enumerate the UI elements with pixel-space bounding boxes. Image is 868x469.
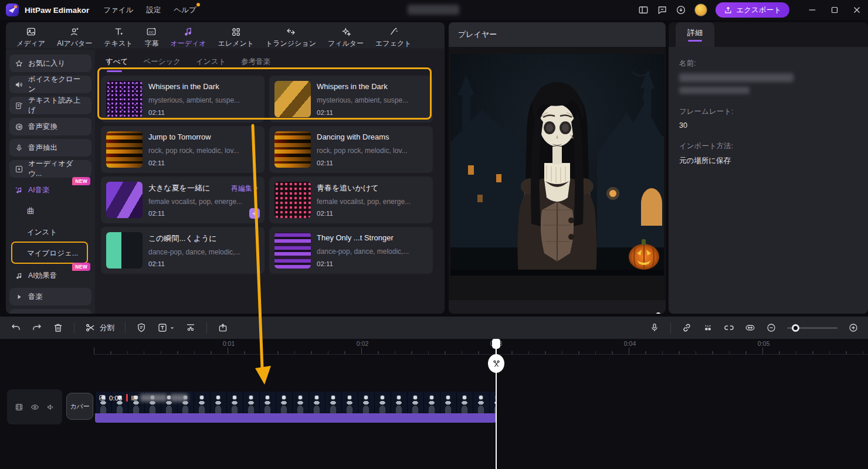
- subtitle-icon: CC: [146, 26, 157, 37]
- expand-triangle-icon: [15, 293, 23, 301]
- marker-badge-icon[interactable]: [136, 322, 147, 333]
- redacted-project-name: [408, 5, 459, 15]
- clip-media-icon: [99, 394, 106, 402]
- re-edit-link[interactable]: 再編集: [231, 183, 259, 193]
- text-tool-dropdown[interactable]: [157, 322, 175, 333]
- magnet-snap-icon[interactable]: [703, 322, 713, 333]
- tab-element[interactable]: エレメント: [212, 25, 260, 50]
- video-clip[interactable]: 0:03 IE: [95, 392, 496, 413]
- audio-icon: [183, 26, 194, 37]
- timeline-ruler[interactable]: 0:01 0:02 0:03 0:04 0:05: [0, 340, 868, 347]
- music-card[interactable]: 大きな夏を一緒に 再編集 female vocalist, pop, energ…: [101, 176, 265, 223]
- tab-filter[interactable]: フィルター: [322, 25, 369, 50]
- playhead-scissors-button[interactable]: [488, 354, 504, 373]
- audio-track[interactable]: [95, 413, 496, 423]
- app-logo-icon: [6, 4, 19, 16]
- tab-transition[interactable]: トランジション: [260, 25, 322, 50]
- music-card[interactable]: Whispers in the Dark mysterious, ambient…: [101, 76, 265, 123]
- timeline-zoom-slider[interactable]: [787, 327, 838, 329]
- export-frame-icon[interactable]: [218, 322, 228, 333]
- tab-audio[interactable]: オーディオ: [164, 25, 212, 50]
- menu-settings[interactable]: 設定: [146, 5, 161, 15]
- music-card[interactable]: Whispers in the Dark mysterious, ambient…: [269, 76, 433, 123]
- trim-icon[interactable]: [185, 322, 196, 333]
- music-thumbnail: [106, 81, 143, 117]
- playhead-handle[interactable]: [492, 339, 500, 349]
- tab-ai-avatar[interactable]: AIアバター: [51, 25, 98, 50]
- effect-icon: [388, 26, 399, 37]
- sidebar-item-text-to-speech[interactable]: テキスト読み上げ: [9, 97, 91, 114]
- minimize-button[interactable]: [807, 5, 818, 15]
- music-card[interactable]: Dancing with Dreams rock, pop rock, melo…: [269, 126, 433, 173]
- chevron-down-icon: [169, 325, 175, 331]
- sidebar-item-voice-change[interactable]: 音声変換: [9, 118, 91, 135]
- sidebar-item-audio-download[interactable]: オーディオダウ...: [9, 160, 91, 178]
- sidebar-item-voice-clone[interactable]: ボイスをクローン: [9, 76, 91, 93]
- track-mute-icon[interactable]: [46, 403, 55, 412]
- cover-button[interactable]: カバー: [66, 393, 93, 420]
- tab-details[interactable]: 詳細: [676, 22, 714, 47]
- redacted-clip-name: [170, 394, 188, 402]
- sidebar-item-music[interactable]: 音楽: [9, 288, 91, 305]
- audio-download-icon: [15, 165, 23, 174]
- svg-text:CC: CC: [149, 30, 154, 34]
- sidebar-item-partial[interactable]: [9, 309, 91, 314]
- sfx-note-icon: [15, 271, 23, 280]
- music-card[interactable]: They Only ...t Stronger dance-pop, dance…: [269, 227, 433, 274]
- tab-effect[interactable]: エフェクト: [369, 25, 417, 50]
- text-to-speech-icon: [15, 101, 23, 110]
- feedback-icon[interactable]: [657, 5, 667, 15]
- fit-timeline-icon[interactable]: [745, 322, 755, 333]
- zoom-in-button[interactable]: [848, 322, 859, 333]
- sidebar-item-my-project[interactable]: マイプロジェ...: [9, 244, 91, 262]
- import-method-value: 元の場所に保存: [679, 156, 857, 166]
- tab-subtitle[interactable]: CC 字幕: [138, 25, 164, 50]
- clip-red-marker: [126, 394, 128, 402]
- music-card[interactable]: 青春を追いかけて female vocalist, pop, energe...…: [269, 176, 433, 223]
- app-title: HitPaw Edimakor: [25, 6, 89, 15]
- close-button[interactable]: [852, 5, 862, 15]
- music-card[interactable]: この瞬間...くように dance-pop, dance, melodic,..…: [101, 227, 265, 274]
- sidebar-item-ai-sfx[interactable]: AI効果音 NEW: [9, 267, 91, 284]
- library-tab-reference[interactable]: 参考音楽: [241, 57, 270, 73]
- music-card[interactable]: Jump to Tomorrow rock, pop rock, melodic…: [101, 126, 265, 173]
- add-to-timeline-button[interactable]: [249, 208, 260, 219]
- link-clips-icon[interactable]: [681, 322, 692, 333]
- library-tab-all[interactable]: すべて: [106, 57, 128, 73]
- details-panel: 詳細 名前: フレームレート: 30 インポート方法: 元の場所に保存: [669, 22, 868, 314]
- sidebar-item-favorites[interactable]: お気に入り: [9, 55, 91, 72]
- redo-button[interactable]: [32, 322, 42, 333]
- progress-knob[interactable]: [656, 312, 661, 314]
- split-button[interactable]: 分割: [85, 322, 114, 333]
- framerate-value: 30: [679, 121, 857, 130]
- track-visibility-icon[interactable]: [30, 403, 39, 412]
- upload-icon: [724, 6, 733, 15]
- zoom-slider-knob[interactable]: [792, 324, 799, 332]
- undo-button[interactable]: [11, 322, 21, 333]
- delete-button[interactable]: [53, 322, 63, 333]
- export-button[interactable]: エクスポート: [716, 2, 789, 18]
- sidebar-item-song[interactable]: 曲: [9, 202, 91, 220]
- sidebar-item-voice-extract[interactable]: 音声抽出: [9, 139, 91, 157]
- record-voiceover-icon[interactable]: [649, 322, 660, 333]
- download-icon[interactable]: [676, 5, 686, 15]
- tab-media[interactable]: メディア: [11, 25, 51, 50]
- unlink-clips-icon[interactable]: [724, 322, 734, 333]
- track-film-icon[interactable]: [15, 403, 23, 412]
- library-tab-inst[interactable]: インスト: [196, 57, 226, 73]
- layout-icon[interactable]: [638, 5, 649, 15]
- zoom-out-button[interactable]: [766, 322, 777, 333]
- menu-help[interactable]: ヘルプ: [174, 5, 196, 15]
- maximize-button[interactable]: [829, 5, 840, 15]
- active-tab-underline: [688, 40, 702, 42]
- new-badge: NEW: [72, 177, 90, 185]
- sidebar-item-instrumental[interactable]: インスト: [9, 223, 91, 241]
- transition-icon: [286, 26, 296, 37]
- plus-icon: [252, 210, 258, 217]
- user-avatar[interactable]: [694, 4, 707, 16]
- tab-text[interactable]: テキスト: [98, 25, 138, 50]
- sidebar-item-ai-music[interactable]: AI音楽 NEW: [9, 181, 91, 199]
- scissors-icon: [85, 322, 96, 333]
- menu-file[interactable]: ファイル: [103, 5, 133, 15]
- library-tab-basic[interactable]: ベーシック: [143, 57, 181, 73]
